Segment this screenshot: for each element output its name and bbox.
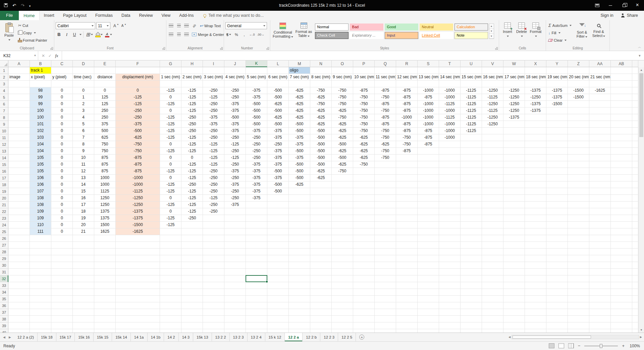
cell-K7[interactable]: -500 xyxy=(246,107,267,114)
cell-D8[interactable]: 4 xyxy=(73,114,94,121)
cell-x24[interactable] xyxy=(632,222,638,228)
cell-R17[interactable] xyxy=(396,175,418,181)
cell-O24[interactable] xyxy=(332,222,353,228)
cell-x1[interactable] xyxy=(632,67,638,74)
cell-N23[interactable] xyxy=(310,215,332,222)
cell-AA31[interactable] xyxy=(589,269,611,275)
cell-R30[interactable] xyxy=(396,262,418,269)
cell-M21[interactable] xyxy=(289,202,310,208)
cell-Y7[interactable] xyxy=(546,107,568,114)
cell-F1[interactable] xyxy=(116,67,160,74)
col-header-O[interactable]: O xyxy=(332,60,353,67)
clipboard-dialog-launcher[interactable] xyxy=(50,47,53,50)
cell-D17[interactable]: 13 xyxy=(73,175,94,181)
cell-F6[interactable]: -125 xyxy=(116,101,160,107)
cell-Q13[interactable]: -750 xyxy=(375,148,396,155)
cell-O13[interactable]: -625 xyxy=(332,148,353,155)
cell-I39[interactable] xyxy=(203,322,224,329)
cell-x25[interactable] xyxy=(632,228,638,235)
cell-style-linked-cell[interactable]: Linked Cell xyxy=(420,32,453,39)
cell-E33[interactable] xyxy=(94,282,116,289)
row-header-11[interactable]: 11 xyxy=(0,134,8,141)
cell-I11[interactable]: -250 xyxy=(203,134,224,141)
cell-F12[interactable]: -750 xyxy=(116,141,160,148)
cell-E22[interactable]: 1375 xyxy=(94,208,116,215)
row-header-27[interactable]: 27 xyxy=(0,242,8,249)
cell-x39[interactable] xyxy=(632,322,638,329)
cell-AB25[interactable] xyxy=(611,228,632,235)
cell-Z5[interactable]: -1500 xyxy=(568,94,589,101)
cell-Z29[interactable] xyxy=(568,255,589,262)
cell-M27[interactable] xyxy=(289,242,310,249)
cell-W14[interactable] xyxy=(503,155,525,161)
cell-S16[interactable] xyxy=(418,168,439,175)
cell-N4[interactable]: -750 xyxy=(310,87,332,94)
cell-A22[interactable] xyxy=(8,208,30,215)
align-middle-button[interactable] xyxy=(175,22,182,29)
cell-V8[interactable]: -1250 xyxy=(482,114,503,121)
cell-C11[interactable]: 0 xyxy=(51,134,73,141)
cell-G24[interactable]: -125 xyxy=(160,222,181,228)
cell-V7[interactable]: -1125 xyxy=(482,107,503,114)
cell-S11[interactable]: -875 xyxy=(418,134,439,141)
cell-Z31[interactable] xyxy=(568,269,589,275)
cell-E8[interactable]: 250 xyxy=(94,114,116,121)
cell-V27[interactable] xyxy=(482,242,503,249)
cell-U33[interactable] xyxy=(461,282,482,289)
cell-S33[interactable] xyxy=(418,282,439,289)
cell-P27[interactable] xyxy=(353,242,375,249)
cell-R32[interactable] xyxy=(396,275,418,282)
cell-L40[interactable] xyxy=(267,329,289,333)
cell-T30[interactable] xyxy=(439,262,461,269)
cell-x15[interactable] xyxy=(632,161,638,168)
cell-G15[interactable]: 0 xyxy=(160,161,181,168)
cell-E7[interactable]: 250 xyxy=(94,107,116,114)
cell-V31[interactable] xyxy=(482,269,503,275)
cell-G11[interactable]: -125 xyxy=(160,134,181,141)
cell-Q26[interactable] xyxy=(375,235,396,242)
row-header-24[interactable]: 24 xyxy=(0,222,8,228)
cell-Q22[interactable] xyxy=(375,208,396,215)
cell-P32[interactable] xyxy=(353,275,375,282)
cell-P3[interactable] xyxy=(353,81,375,87)
cell-P18[interactable] xyxy=(353,181,375,188)
cell-B22[interactable]: 109 xyxy=(30,208,51,215)
cell-W5[interactable]: -1250 xyxy=(503,94,525,101)
cell-I17[interactable]: -250 xyxy=(203,175,224,181)
cell-A8[interactable] xyxy=(8,114,30,121)
row-header-3[interactable]: 3 xyxy=(0,81,8,87)
cell-X13[interactable] xyxy=(525,148,546,155)
cell-Y18[interactable] xyxy=(546,181,568,188)
cell-V39[interactable] xyxy=(482,322,503,329)
cell-O40[interactable] xyxy=(332,329,353,333)
cell-G38[interactable] xyxy=(160,316,181,322)
cell-J11[interactable]: -250 xyxy=(224,134,246,141)
cell-Y26[interactable] xyxy=(546,235,568,242)
cell-E15[interactable]: 875 xyxy=(94,161,116,168)
cell-J8[interactable]: -500 xyxy=(224,114,246,121)
cell-I36[interactable] xyxy=(203,302,224,309)
cell-I2[interactable]: 3 sec (nm) xyxy=(203,74,224,81)
col-header-Z[interactable]: Z xyxy=(568,60,589,67)
cell-P34[interactable] xyxy=(353,289,375,296)
cell-D5[interactable]: 1 xyxy=(73,94,94,101)
col-header-P[interactable]: P xyxy=(353,60,375,67)
cell-K3[interactable] xyxy=(246,81,267,87)
cell-H6[interactable]: -125 xyxy=(181,101,203,107)
cell-Y13[interactable] xyxy=(546,148,568,155)
cell-G6[interactable]: -125 xyxy=(160,101,181,107)
cell-V20[interactable] xyxy=(482,195,503,202)
cell-U11[interactable] xyxy=(461,134,482,141)
cell-C39[interactable] xyxy=(51,322,73,329)
cell-U3[interactable] xyxy=(461,81,482,87)
cell-G12[interactable]: 0 xyxy=(160,141,181,148)
sheet-tab-15k-14[interactable]: 15k 14 xyxy=(112,333,131,341)
cell-Z22[interactable] xyxy=(568,208,589,215)
col-header-D[interactable]: D xyxy=(73,60,94,67)
cell-H22[interactable]: -125 xyxy=(181,208,203,215)
cell-S18[interactable] xyxy=(418,181,439,188)
cell-L5[interactable]: -500 xyxy=(267,94,289,101)
cell-N2[interactable]: 8 sec (nm) xyxy=(310,74,332,81)
cell-Y37[interactable] xyxy=(546,309,568,316)
sheet-tab-13-2-3[interactable]: 13 2 3 xyxy=(230,333,248,341)
